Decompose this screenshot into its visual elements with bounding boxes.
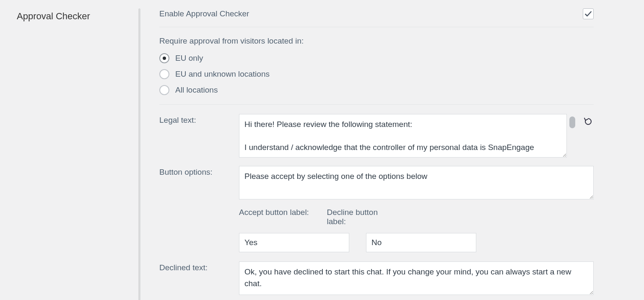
radio-eu-and-unknown[interactable]: EU and unknown locations [159, 69, 594, 79]
button-options-label: Button options: [159, 166, 226, 177]
locations-radio-group: EU only EU and unknown locations All loc… [159, 53, 594, 95]
enable-row: Enable Approval Checker [159, 8, 594, 27]
approval-checker-section: Approval Checker Enable Approval Checker… [0, 0, 644, 300]
section-left: Approval Checker [17, 8, 138, 300]
radio-label: All locations [175, 85, 218, 95]
legal-text-input[interactable] [239, 114, 567, 158]
radio-icon [159, 53, 169, 63]
section-divider [138, 8, 140, 300]
section-body: Enable Approval Checker Require approval… [159, 8, 627, 300]
radio-label: EU and unknown locations [175, 70, 270, 79]
declined-text-label: Declined text: [159, 261, 226, 272]
accept-button-label-input[interactable] [239, 233, 349, 252]
declined-text-input[interactable] [239, 261, 594, 295]
radio-all-locations[interactable]: All locations [159, 85, 594, 95]
separator [159, 104, 594, 105]
legal-text-label: Legal text: [159, 114, 226, 125]
radio-icon [159, 85, 169, 95]
decline-button-label-input[interactable] [366, 233, 476, 252]
button-labels-header-row: Accept button label: Decline button labe… [159, 208, 594, 252]
locations-hint: Require approval from visitors located i… [159, 36, 594, 46]
reset-legal-text-button[interactable] [583, 116, 594, 127]
declined-text-row: Declined text: [159, 261, 594, 295]
enable-label: Enable Approval Checker [159, 9, 249, 18]
button-options-input[interactable] [239, 166, 594, 199]
undo-icon [583, 116, 593, 127]
radio-icon [159, 69, 169, 79]
button-options-row: Button options: [159, 166, 594, 199]
section-title: Approval Checker [17, 11, 138, 22]
legal-text-row: Legal text: [159, 114, 594, 158]
check-icon [584, 10, 592, 18]
enable-approval-checkbox[interactable] [583, 8, 594, 19]
scrollbar-thumb[interactable] [569, 116, 575, 128]
decline-button-label-text: Decline button label: [327, 208, 398, 226]
accept-button-label-text: Accept button label: [239, 208, 310, 226]
radio-label: EU only [175, 54, 203, 63]
radio-eu-only[interactable]: EU only [159, 53, 594, 63]
